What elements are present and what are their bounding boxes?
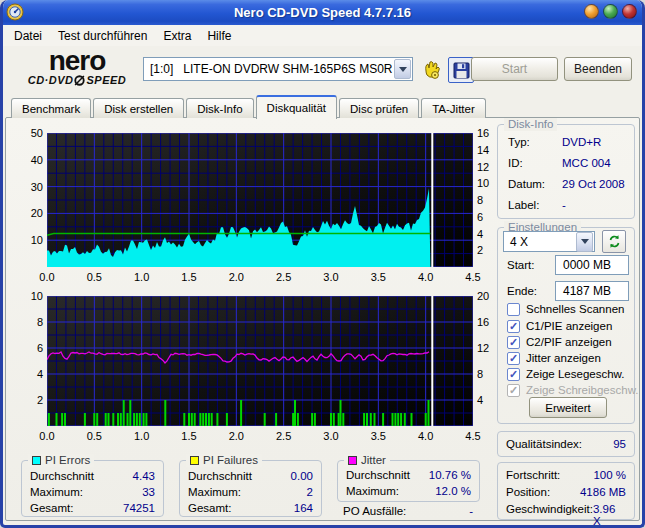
axis-tick-label: 8 <box>477 368 497 380</box>
max-label: Maximum: <box>30 486 83 498</box>
axis-tick-label: 10 <box>19 290 43 302</box>
axis-tick-label: 2.5 <box>270 271 298 283</box>
axis-tick-label: 16 <box>477 316 497 328</box>
avg-label: Durchschnitt <box>30 470 94 482</box>
progress-panel: Fortschritt: 100 % Position: 4186 MB Ges… <box>497 462 635 520</box>
close-button[interactable] <box>622 4 637 19</box>
start-field[interactable]: 0000 MB <box>555 255 629 275</box>
logo-cddvd-text: CD·DVD <box>28 74 74 86</box>
disc-icon <box>74 75 85 86</box>
axis-tick-label: 2 <box>477 244 497 256</box>
speed-select[interactable]: 4 X <box>503 231 595 252</box>
end-field[interactable]: 4187 MB <box>555 281 629 301</box>
tab-disc-pruefen[interactable]: Disc prüfen <box>339 98 419 118</box>
po-failures-value: - <box>469 505 473 517</box>
axis-tick-label: 0.5 <box>80 430 108 442</box>
refresh-icon <box>607 234 622 249</box>
pi-errors-stats-title: PI Errors <box>45 454 90 467</box>
axis-tick-label: 4 <box>19 368 43 380</box>
pi-failures-chart <box>47 296 473 426</box>
speed-select-arrow-button[interactable] <box>576 232 593 252</box>
axis-tick-label: 10 <box>477 177 497 189</box>
disk-date-value: 29 Oct 2008 <box>562 178 625 190</box>
axis-tick-label: 40 <box>19 154 43 166</box>
checkbox-lesegeschw[interactable]: ✓ Zeige Lesegeschw. <box>507 367 624 381</box>
checkbox-box[interactable]: ✓ <box>507 320 520 333</box>
speed-select-value: 4 X <box>504 235 576 249</box>
speed-label: Geschwindigkeit: <box>506 503 593 527</box>
checkbox-box[interactable]: ✓ <box>507 368 520 381</box>
axis-tick-label: 8 <box>477 194 497 206</box>
menu-test-durchfuehren[interactable]: Test durchführen <box>50 27 155 45</box>
disk-type-value: DVD+R <box>562 136 601 148</box>
checkbox-jitter[interactable]: ✓ Jitter anzeigen <box>507 351 601 365</box>
axis-tick-label: 6 <box>477 211 497 223</box>
progress-label: Fortschritt: <box>506 469 560 481</box>
axis-tick-label: 4.0 <box>412 271 440 283</box>
start-button[interactable]: Start <box>471 57 558 81</box>
disk-id-value: MCC 004 <box>562 157 611 169</box>
axis-tick-label: 1.0 <box>128 271 156 283</box>
logo-speed-text: SPEED <box>86 74 126 86</box>
menu-hilfe[interactable]: Hilfe <box>199 27 239 45</box>
chevron-down-icon <box>399 67 407 72</box>
nero-logo-text: nero <box>17 48 137 74</box>
axis-tick-label: 20 <box>19 207 43 219</box>
axis-tick-label: 14 <box>477 144 497 156</box>
checkbox-schnelles-scannen[interactable]: ✓ Schnelles Scannen <box>507 302 624 316</box>
total-value: 164 <box>294 502 313 514</box>
quality-index-panel: Qualitätsindex: 95 <box>497 431 635 457</box>
axis-tick-label: 1.5 <box>175 271 203 283</box>
tab-ta-jitter[interactable]: TA-Jitter <box>421 98 486 118</box>
checkbox-label: Zeige Lesegeschw. <box>526 368 624 380</box>
quality-index-value: 95 <box>613 438 626 450</box>
disk-id-label: ID: <box>508 157 523 169</box>
pi-errors-stats-panel: PI Errors Durchschnitt4.43 Maximum:33 Ge… <box>21 460 164 517</box>
axis-tick-label: 3.5 <box>364 271 392 283</box>
tab-disk-info[interactable]: Disk-Info <box>186 98 253 118</box>
check-icon: ✓ <box>509 321 518 332</box>
speed-value: 3.96 X <box>593 503 626 527</box>
tab-benchmark[interactable]: Benchmark <box>11 98 91 118</box>
drive-select-arrow-button[interactable] <box>394 59 411 79</box>
checkbox-c1-pie[interactable]: ✓ C1/PIE anzeigen <box>507 319 612 333</box>
menu-extra[interactable]: Extra <box>155 27 199 45</box>
pi-failures-stats-panel: PI Failures Durchschnitt0.00 Maximum:2 G… <box>179 460 322 517</box>
minimize-button[interactable] <box>584 4 599 19</box>
refresh-button[interactable] <box>602 230 626 253</box>
eject-button[interactable] <box>420 57 444 83</box>
po-failures-label: PO Ausfälle: <box>343 505 406 517</box>
drive-select-value: [1:0] LITE-ON DVDRW SHM-165P6S MS0R <box>144 62 394 76</box>
max-value: 33 <box>142 486 155 498</box>
total-label: Gesamt: <box>188 502 231 514</box>
axis-tick-label: 4 <box>477 228 497 240</box>
check-icon: ✓ <box>509 337 518 348</box>
drive-select[interactable]: [1:0] LITE-ON DVDRW SHM-165P6S MS0R <box>143 57 413 81</box>
max-value: 2 <box>307 486 313 498</box>
check-icon: ✓ <box>509 353 518 364</box>
total-label: Gesamt: <box>30 502 73 514</box>
checkbox-c2-pif[interactable]: ✓ C2/PIF anzeigen <box>507 335 612 349</box>
title-bar: Nero CD-DVD Speed 4.7.7.16 <box>0 0 645 25</box>
window-title: Nero CD-DVD Speed 4.7.7.16 <box>0 5 645 20</box>
axis-tick-label: 2.0 <box>222 430 250 442</box>
axis-tick-label: 10 <box>19 234 43 246</box>
disk-type-label: Typ: <box>508 136 530 148</box>
axis-tick-label: 4.5 <box>459 271 487 283</box>
tab-diskqualitaet[interactable]: Diskqualität <box>256 95 337 119</box>
axis-tick-label: 8 <box>19 316 43 328</box>
quit-button[interactable]: Beenden <box>564 57 632 81</box>
axis-tick-label: 6 <box>19 342 43 354</box>
tab-disk-erstellen[interactable]: Disk erstellen <box>93 98 184 118</box>
checkbox-box[interactable]: ✓ <box>507 352 520 365</box>
checkbox-box[interactable]: ✓ <box>507 336 520 349</box>
axis-tick-label: 0.0 <box>33 271 61 283</box>
checkbox-box[interactable]: ✓ <box>507 303 520 316</box>
checkbox-label: C2/PIF anzeigen <box>526 336 612 348</box>
pi-errors-chart <box>47 133 473 267</box>
axis-tick-label: 4 <box>477 394 497 406</box>
advanced-button[interactable]: Erweitert <box>529 397 607 418</box>
menu-datei[interactable]: Datei <box>6 27 50 45</box>
disk-label-value: - <box>562 199 566 211</box>
maximize-button[interactable] <box>603 4 618 19</box>
